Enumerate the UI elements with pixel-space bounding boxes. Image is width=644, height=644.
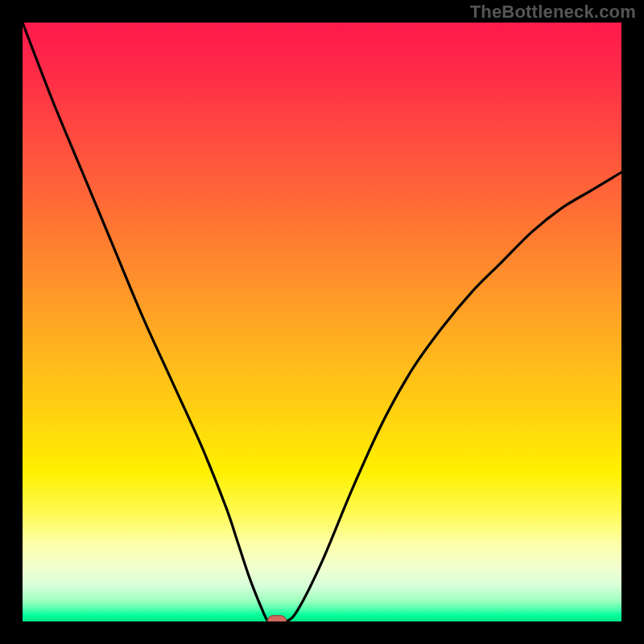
plot-area	[23, 23, 621, 621]
chart-frame: TheBottleneck.com	[0, 0, 644, 644]
curve-path	[23, 23, 621, 621]
bottleneck-curve	[23, 23, 621, 621]
watermark-text: TheBottleneck.com	[470, 2, 636, 23]
optimal-point-marker	[267, 615, 287, 621]
